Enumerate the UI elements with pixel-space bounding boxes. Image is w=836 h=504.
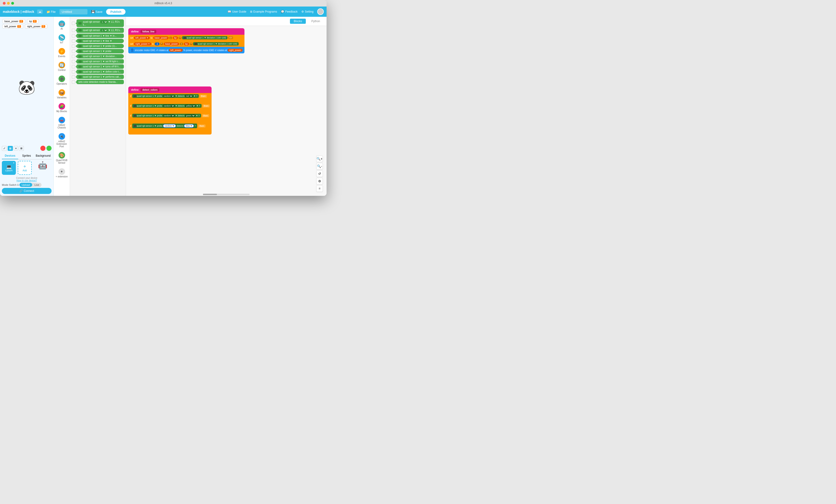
cloud-icon-btn[interactable]: ☁ <box>37 9 43 14</box>
block-checkbox[interactable] <box>72 75 75 79</box>
sensor-chip-icon2: ⬛ <box>194 43 197 45</box>
publish-button[interactable]: Publish <box>106 9 126 15</box>
expand-view-btn[interactable]: ⤢ <box>2 146 7 151</box>
selected-blue-oval[interactable]: blue ▼ <box>184 124 194 128</box>
variables-icon: 📦 <box>59 89 65 96</box>
minimize-button[interactable] <box>7 2 10 5</box>
multi-view-btn[interactable]: ⊞ <box>19 146 24 151</box>
upload-mode-btn[interactable]: Upload <box>19 183 32 187</box>
if-red-block: if ⬛ quad rgb sensor 1 ▼ probe random ▼ … <box>128 93 212 103</box>
sidebar-item-ai[interactable]: 🤖 AI <box>55 19 69 32</box>
example-programs-link[interactable]: ⊞ Example Programs <box>250 10 277 13</box>
motor-block[interactable]: 👤 encoder motor EM1 ↺ rotates at left_po… <box>128 47 244 53</box>
device-close-btn[interactable]: ✕ <box>12 161 15 164</box>
block-shape[interactable]: quad rgb sensor 1 ▼ performs cali... <box>77 75 124 79</box>
tab-devices[interactable]: Devices <box>2 153 18 159</box>
block-item: quad rgb sensor 1 ▼ performs cali... <box>72 75 124 79</box>
block-checkbox[interactable] <box>72 80 75 84</box>
maximize-button[interactable] <box>11 2 14 5</box>
times-sign: * <box>179 37 182 39</box>
sidebar-item-quadrgb[interactable]: 🎨 Quad RGB Sensor <box>55 150 69 166</box>
variable-right-power[interactable]: right_power 0 <box>25 24 47 28</box>
variable-base-power[interactable]: base_power 0 <box>2 19 25 23</box>
sidebar-item-mbot2ext[interactable]: 🔌 mBot2 Extension Port <box>55 131 69 150</box>
sidebar-item-variables[interactable]: 📦 Variables <box>55 88 69 101</box>
connect-text: Connect your device <box>2 177 52 179</box>
tab-python[interactable]: Python <box>308 19 324 24</box>
avatar[interactable] <box>317 8 324 15</box>
define-header: define follow_line <box>128 28 244 35</box>
block-checkbox[interactable] <box>72 44 75 48</box>
canvas-workspace[interactable]: define follow_line set left_power ▼ to b… <box>126 26 326 196</box>
user-guide-link[interactable]: 📖 User Guide <box>228 10 246 13</box>
block-checkbox[interactable] <box>72 50 75 53</box>
quadrgb-label: Quad RGB Sensor <box>56 159 68 164</box>
reset-view-btn[interactable]: ↺ <box>316 170 323 177</box>
sidebar-item-operators[interactable]: ➕ Operators <box>55 74 69 87</box>
horizontal-scrollbar[interactable] <box>203 194 250 195</box>
block-shape-oval[interactable]: quad rgb sensor 1 ▼ probe (1)... <box>77 44 124 48</box>
save-button[interactable]: 💾 Save <box>89 9 104 15</box>
block-checkbox[interactable] <box>72 34 75 38</box>
sidebar-item-events[interactable]: ⚡ Events <box>55 46 69 59</box>
device-cyberpi[interactable]: ✕ 💻 CyberPi <box>2 161 16 175</box>
block-shape[interactable]: quad rgb sensor 1 ▼ define color t... <box>77 70 124 74</box>
tab-blocks[interactable]: Blocks <box>290 19 306 24</box>
define-label-2: define <box>131 88 138 91</box>
how-to-link[interactable]: How to use device? <box>2 179 52 182</box>
if-keyword-3: if <box>130 114 131 117</box>
sidebar-item-myblocks[interactable]: 🧩 My Blocks <box>55 101 69 114</box>
block-checkbox[interactable] <box>72 22 75 25</box>
selected-random-oval[interactable]: random ▼ <box>163 124 176 128</box>
block-checkbox[interactable] <box>72 29 75 32</box>
block-shape[interactable]: quad rgb sensor 1 ▼ L1, R1's... <box>77 28 124 33</box>
block-checkbox[interactable] <box>72 70 75 74</box>
block-checkbox[interactable] <box>72 60 75 63</box>
if-body-empty-4 <box>130 129 210 133</box>
sidebar-item-control[interactable]: 🔄 Control <box>55 60 69 73</box>
left-power-oval: left_power ▼ <box>134 36 150 39</box>
sidebar-item-extension[interactable]: + + extension <box>55 167 69 180</box>
zoom-in-btn[interactable]: 🔍+ <box>316 155 323 162</box>
block-shape[interactable]: quad rgb sensor 1 ▼ line ▼ in... <box>77 34 124 38</box>
project-title-input[interactable] <box>59 9 88 15</box>
grid-view-btn[interactable]: ▦ <box>8 146 13 151</box>
block-shape[interactable]: sets color detection mode to Standa... <box>77 80 124 84</box>
tab-sprites[interactable]: Sprites <box>18 153 35 159</box>
file-menu[interactable]: 📁 File <box>44 9 58 15</box>
block-text: quad rgb sensor 1 ▼ turns off fill li... <box>83 65 120 68</box>
block-checkbox[interactable] <box>72 39 75 43</box>
define-follow-line-block: define follow_line set left_power ▼ to b… <box>128 28 244 53</box>
scrollbar-thumb[interactable] <box>203 194 217 195</box>
add-device-btn[interactable]: + Add <box>18 161 32 175</box>
variable-kp[interactable]: kp 0 <box>27 19 39 23</box>
set-left-power-block[interactable]: set left_power ▼ to base_power - kp * ⬛ … <box>128 35 244 41</box>
block-shape[interactable]: quad rgb sensor 1 ▼ turns off fill li... <box>77 64 124 69</box>
dropdown-arrow: ▼ <box>172 125 174 127</box>
sidebar-item-iot[interactable]: 📡 IoT <box>55 33 69 46</box>
block-checkbox[interactable] <box>72 65 75 68</box>
equals-btn[interactable]: = <box>316 185 323 192</box>
set-right-power-block[interactable]: set right_power ▼ to -1 * base_power + k… <box>128 41 244 47</box>
stop-button[interactable] <box>40 146 45 151</box>
connect-button[interactable]: 🔗 Connect <box>2 188 52 194</box>
zoom-out-btn[interactable]: 🔍- <box>316 163 323 170</box>
settings-btn[interactable]: ⚙ <box>316 178 323 185</box>
block-shape-oval[interactable]: quad rgb sensor 1 ▼ probe <box>77 49 124 53</box>
setting-link[interactable]: ⚙ Setting <box>301 10 314 13</box>
mbot2ext-label: mBot2 Extension Port <box>56 140 68 148</box>
block-checkbox[interactable] <box>72 55 75 58</box>
close-button[interactable] <box>3 2 5 5</box>
block-shape-oval[interactable]: quad rgb sensor 1 ▼ line ▼ <box>77 39 124 43</box>
feedback-link[interactable]: 💬 Feedback <box>281 10 298 13</box>
block-shape-oval[interactable]: quad rgb sensor 1 ▼ deviation... <box>77 54 124 59</box>
sidebar-item-mbot2chassis[interactable]: 🚗 mBot2 Chassis <box>55 115 69 131</box>
variable-left-power[interactable]: left_power 0 <box>2 24 23 28</box>
live-mode-btn[interactable]: Live <box>32 183 41 187</box>
run-button[interactable] <box>46 146 52 151</box>
list-view-btn[interactable]: ≡ <box>14 146 18 151</box>
tab-background[interactable]: Background <box>35 153 52 159</box>
block-shape[interactable]: quad rgb sensor 1 ▼ L1, R1's li... <box>77 19 124 27</box>
feedback-label: Feedback <box>285 10 298 13</box>
block-shape[interactable]: quad rgb sensor 1 ▼ set fill light c... <box>77 59 124 64</box>
